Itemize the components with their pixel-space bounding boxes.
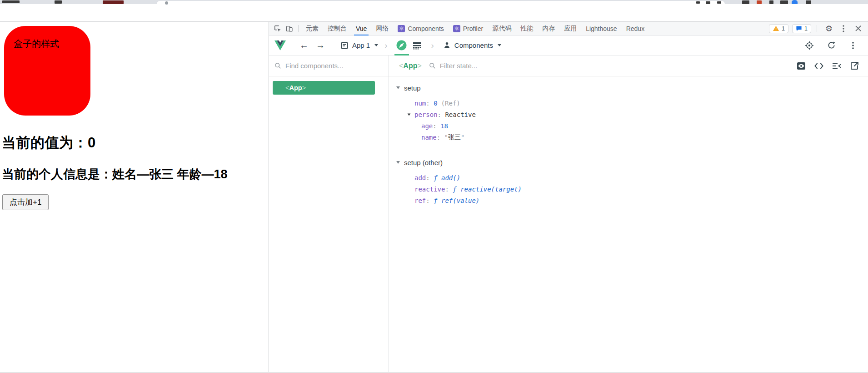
devtools-tab-application[interactable]: 应用 xyxy=(559,22,581,35)
devtools-tab-vue[interactable]: Vue xyxy=(351,22,371,35)
devtools-tab-components[interactable]: ⚛ Components xyxy=(393,22,448,35)
search-icon xyxy=(429,62,436,69)
menu-icon-fragment[interactable] xyxy=(806,0,811,4)
extension-icon-fragment[interactable] xyxy=(769,0,773,4)
inspect-dom-icon[interactable] xyxy=(796,60,807,71)
vue-logo xyxy=(274,40,286,50)
expand-triangle-icon xyxy=(396,161,400,164)
devtools-tab-redux[interactable]: Redux xyxy=(622,22,649,35)
state-row-age[interactable]: age 18 xyxy=(389,120,868,131)
separator xyxy=(298,25,299,32)
download-icon-fragment[interactable] xyxy=(742,0,749,4)
state-row-reactive[interactable]: reactive ƒ reactive(target) xyxy=(389,183,868,195)
omnibox-icon-fragment xyxy=(717,1,721,4)
find-components-bar xyxy=(269,55,389,76)
component-tree-item-app[interactable]: <App> xyxy=(273,81,375,95)
state-row-add[interactable]: add ƒ add() xyxy=(389,172,868,183)
devtools-tab-elements[interactable]: 元素 xyxy=(301,22,323,35)
current-value-heading: 当前的值为：0 xyxy=(2,133,96,152)
message-bubble-icon xyxy=(796,25,802,31)
react-devtools-icon: ⚛ xyxy=(398,25,405,32)
omnibox-icon-fragment xyxy=(706,1,710,4)
collapse-list-icon[interactable] xyxy=(831,60,842,71)
selected-component-tag: <App> xyxy=(399,62,422,70)
window-bottom-edge xyxy=(0,372,868,373)
devtools-panel: 元素 控制台 Vue 网络 ⚛ Components ⚛ Profiler 源代… xyxy=(269,22,868,372)
devtools-tab-lighthouse[interactable]: Lighthouse xyxy=(581,22,622,35)
browser-chrome-strip xyxy=(0,0,868,4)
tab-favicon-fragment xyxy=(103,0,124,4)
warning-triangle-icon xyxy=(773,25,779,31)
device-toolbar-icon[interactable] xyxy=(284,23,295,34)
tab-icon-fragment xyxy=(55,0,62,4)
inspect-cursor-icon[interactable] xyxy=(272,23,284,34)
breadcrumb-chevron-icon: › xyxy=(384,40,387,50)
extensions-menu-icon-fragment[interactable] xyxy=(780,0,788,4)
devtools-tab-sources[interactable]: 源代码 xyxy=(488,22,516,35)
vue-devtools-toolbar: ← → App 1 › › Components xyxy=(269,35,868,55)
profile-avatar-fragment[interactable] xyxy=(792,0,798,4)
styled-red-box: 盒子的样式 xyxy=(4,26,90,116)
expand-triangle-icon xyxy=(408,113,411,116)
tag-open-bracket: < xyxy=(285,84,289,91)
timeline-mode-button[interactable] xyxy=(409,35,425,55)
red-box-label: 盒子的样式 xyxy=(4,26,90,50)
more-vertical-icon[interactable] xyxy=(838,23,849,34)
person-info-heading: 当前的个人信息是：姓名—张三 年龄—18 xyxy=(2,166,228,182)
warnings-badge[interactable]: 1 xyxy=(769,24,788,33)
search-icon xyxy=(274,62,281,69)
section-title: setup xyxy=(404,84,421,92)
inspector-selector[interactable]: Components xyxy=(443,41,501,50)
devtools-tab-memory[interactable]: 内存 xyxy=(538,22,559,35)
separator xyxy=(817,25,817,32)
messages-badge[interactable]: 1 xyxy=(792,24,811,33)
open-external-icon[interactable] xyxy=(849,60,860,71)
state-section-setup[interactable]: setup xyxy=(389,82,868,94)
react-devtools-icon: ⚛ xyxy=(453,25,460,32)
expand-triangle-icon xyxy=(396,86,400,89)
state-row-num[interactable]: num 0 (Ref) xyxy=(389,97,868,109)
app-selector[interactable]: App 1 xyxy=(340,41,378,50)
increment-button[interactable]: 点击加+1 xyxy=(2,194,49,210)
tag-close-bracket: > xyxy=(302,84,306,91)
refresh-icon[interactable] xyxy=(826,40,836,51)
devtools-tab-performance[interactable]: 性能 xyxy=(516,22,538,35)
components-person-icon xyxy=(443,41,451,50)
tab-label: Components xyxy=(408,25,444,32)
state-row-ref[interactable]: ref ƒ ref(value) xyxy=(389,195,868,206)
filter-state-input[interactable] xyxy=(440,62,790,70)
state-section-setup-other[interactable]: setup (other) xyxy=(389,156,868,168)
devtools-tab-profiler[interactable]: ⚛ Profiler xyxy=(449,22,488,35)
settings-gear-icon[interactable]: ⚙ xyxy=(823,23,834,34)
section-title: setup (other) xyxy=(404,159,443,166)
omnibox-icon-fragment xyxy=(696,1,700,4)
omnibox-fragment[interactable] xyxy=(157,1,725,4)
state-inspector-panel: <App> xyxy=(389,55,868,372)
devtools-tabbar: 元素 控制台 Vue 网络 ⚛ Components ⚛ Profiler 源代… xyxy=(269,22,868,35)
extension-icon-fragment[interactable] xyxy=(757,0,762,4)
inspector-components-mode-button[interactable] xyxy=(394,35,409,55)
web-page-viewport: 盒子的样式 当前的值为：0 当前的个人信息是：姓名—张三 年龄—18 点击加+1 xyxy=(0,22,269,372)
breadcrumb-chevron-icon: › xyxy=(431,40,434,50)
state-inspector-header: <App> xyxy=(389,55,868,76)
timeline-rows-icon xyxy=(413,41,422,50)
pick-target-icon[interactable] xyxy=(804,40,814,51)
inspector-compass-icon xyxy=(396,40,407,50)
code-brackets-icon[interactable] xyxy=(813,60,824,71)
dropdown-caret-icon xyxy=(374,44,378,46)
find-components-input[interactable] xyxy=(285,62,383,70)
warning-count: 1 xyxy=(782,25,785,32)
devtools-tab-console[interactable]: 控制台 xyxy=(323,22,351,35)
close-devtools-icon[interactable] xyxy=(853,23,863,34)
history-forward-icon[interactable]: → xyxy=(312,40,329,50)
more-vertical-icon[interactable] xyxy=(848,40,858,51)
tab-title-fragment xyxy=(2,0,20,3)
history-back-icon[interactable]: ← xyxy=(296,40,312,50)
app-window-icon xyxy=(340,41,349,50)
site-info-icon[interactable] xyxy=(165,1,168,5)
state-row-person[interactable]: person Reactive xyxy=(389,109,868,120)
inspector-selector-label: Components xyxy=(454,41,493,49)
state-row-name[interactable]: name "张三" xyxy=(389,131,868,143)
devtools-tab-network[interactable]: 网络 xyxy=(371,22,393,35)
component-name: App xyxy=(289,84,302,91)
